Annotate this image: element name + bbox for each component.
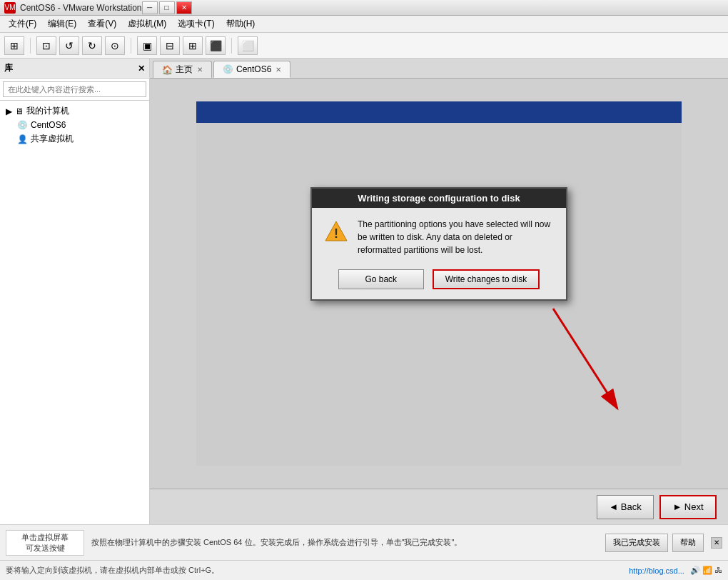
bottom-url: http://blog.csd... [629,566,684,575]
tabs: 🏠 主页 ✕ 💿 CentOS6 ✕ [150,59,728,79]
menu-edit[interactable]: 编辑(E) [42,16,82,31]
bottom-nav: ◄ Back ► Next [150,489,728,524]
sidebar-item-my-computer[interactable]: ▶ 🖥 我的计算机 [3,104,146,119]
menu-vm[interactable]: 虚拟机(M) [122,16,172,31]
shared-icon: 👤 [17,134,28,144]
status-close-button[interactable]: ✕ [711,537,722,549]
toolbar-btn-3[interactable]: ↺ [59,36,79,55]
tab-centos6-label: CentOS6 [236,64,271,74]
tab-home-icon: 🏠 [162,65,173,75]
sidebar-item-shared-vm[interactable]: 👤 共享虚拟机 [3,131,146,146]
warning-icon: ! [323,219,349,245]
toolbar-btn-6[interactable]: ▣ [137,36,157,55]
sidebar-close-button[interactable]: ✕ [138,64,145,74]
dialog-buttons: Go back Write changes to disk [312,264,566,299]
tray-icons: 🔊 📶 🖧 [690,566,722,575]
sidebar-item-centos6[interactable]: 💿 CentOS6 [3,119,146,131]
vm-screen[interactable]: Writing storage configuration to disk ! … [150,79,728,489]
vm-inner-screen: Writing storage configuration to disk ! … [196,101,682,466]
back-button[interactable]: ◄ Back [597,495,654,519]
svg-text:!: ! [334,226,338,241]
toolbar-btn-8[interactable]: ⊞ [183,36,203,55]
minimize-button[interactable]: ─ [142,1,158,14]
status-click-hint: 单击虚拟屏幕 可发送按键 [6,530,84,556]
sidebar-search-container [0,79,149,101]
sidebar-label-shared: 共享虚拟机 [31,133,74,145]
sidebar-label-centos6: CentOS6 [31,120,66,130]
status-instruction: 按照在物理计算机中的步骤安装 CentOS 64 位。安装完成后，操作系统会进行… [91,536,598,549]
statusbar: 单击虚拟屏幕 可发送按键 按照在物理计算机中的步骤安装 CentOS 64 位。… [0,524,728,560]
sidebar-header: 库 ✕ [0,59,149,79]
content-area: 🏠 主页 ✕ 💿 CentOS6 ✕ Writing storage confi… [150,59,728,524]
tab-centos6-close[interactable]: ✕ [275,66,281,74]
close-button[interactable]: ✕ [176,1,192,14]
maximize-button[interactable]: □ [159,1,175,14]
toolbar-sep-2 [131,38,131,54]
tab-home[interactable]: 🏠 主页 ✕ [153,61,212,78]
sidebar-label-my-computer: 我的计算机 [26,105,69,117]
menu-view[interactable]: 查看(V) [82,16,122,31]
toolbar-btn-7[interactable]: ⊟ [160,36,180,55]
bottom-statusbar: 要将输入定向到该虚拟机，请在虚拟机内部单击或按 Ctrl+G。 http://b… [0,560,728,580]
dialog-title: Writing storage configuration to disk [312,189,566,208]
sidebar: 库 ✕ ▶ 🖥 我的计算机 💿 CentOS6 👤 共享虚拟机 [0,59,150,524]
app-icon: VM [4,2,16,14]
sidebar-search-input[interactable] [3,81,146,97]
bottom-status-text: 要将输入定向到该虚拟机，请在虚拟机内部单击或按 Ctrl+G。 [6,565,219,576]
toolbar-btn-10[interactable]: ⬜ [238,36,258,55]
computer-icon: 🖥 [15,106,24,116]
install-done-button[interactable]: 我已完成安装 [605,534,668,552]
toolbar-btn-4[interactable]: ↻ [82,36,102,55]
next-button[interactable]: ► Next [659,495,717,519]
toolbar-btn-1[interactable]: ⊞ [4,36,24,55]
toolbar-sep-1 [30,38,31,54]
menu-help[interactable]: 帮助(H) [221,16,261,31]
help-button[interactable]: 帮助 [672,534,704,552]
dialog-writing-storage: Writing storage configuration to disk ! … [310,187,567,301]
go-back-button[interactable]: Go back [338,269,424,289]
write-changes-button[interactable]: Write changes to disk [433,269,540,289]
toolbar-btn-9[interactable]: ⬛ [206,36,226,55]
tab-home-label: 主页 [176,64,193,76]
toolbar-btn-5[interactable]: ⊙ [105,36,125,55]
tab-home-close[interactable]: ✕ [197,66,203,74]
tab-centos6[interactable]: 💿 CentOS6 ✕ [213,61,290,78]
menu-tab[interactable]: 选项卡(T) [172,16,220,31]
main-layout: 库 ✕ ▶ 🖥 我的计算机 💿 CentOS6 👤 共享虚拟机 [0,59,728,524]
expand-icon: ▶ [6,106,12,116]
click-hint-text: 单击虚拟屏幕 可发送按键 [21,532,69,554]
vm-icon: 💿 [17,120,28,130]
menu-file[interactable]: 文件(F) [3,16,42,31]
sidebar-tree: ▶ 🖥 我的计算机 💿 CentOS6 👤 共享虚拟机 [0,101,149,524]
dialog-message: The partitioning options you have select… [358,218,555,256]
sidebar-title: 库 [4,62,13,74]
titlebar-controls: ─ □ ✕ [142,1,192,14]
menubar: 文件(F) 编辑(E) 查看(V) 虚拟机(M) 选项卡(T) 帮助(H) [0,16,728,33]
toolbar-btn-2[interactable]: ⊡ [36,36,56,55]
toolbar: ⊞ ⊡ ↺ ↻ ⊙ ▣ ⊟ ⊞ ⬛ ⬜ [0,33,728,59]
tab-centos6-icon: 💿 [223,64,233,74]
toolbar-sep-3 [231,38,232,54]
status-actions: 我已完成安装 帮助 [605,534,704,552]
svg-line-3 [553,309,617,409]
vm-header-bar [196,101,682,123]
dialog-body: ! The partitioning options you have sele… [312,208,566,264]
titlebar: VM CentOS6 - VMware Workstation ─ □ ✕ [0,0,728,16]
titlebar-title: CentOS6 - VMware Workstation [20,3,142,13]
